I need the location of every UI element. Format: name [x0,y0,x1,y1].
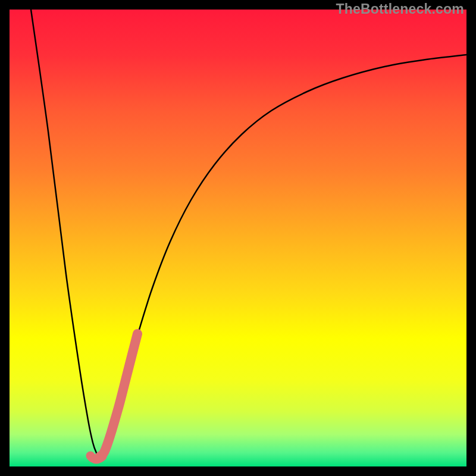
plot-area [10,10,466,466]
chart-frame: TheBottleneck.com [0,0,476,476]
optimal-hook [90,456,102,459]
chart-svg [10,10,466,466]
gradient-background [10,10,466,466]
